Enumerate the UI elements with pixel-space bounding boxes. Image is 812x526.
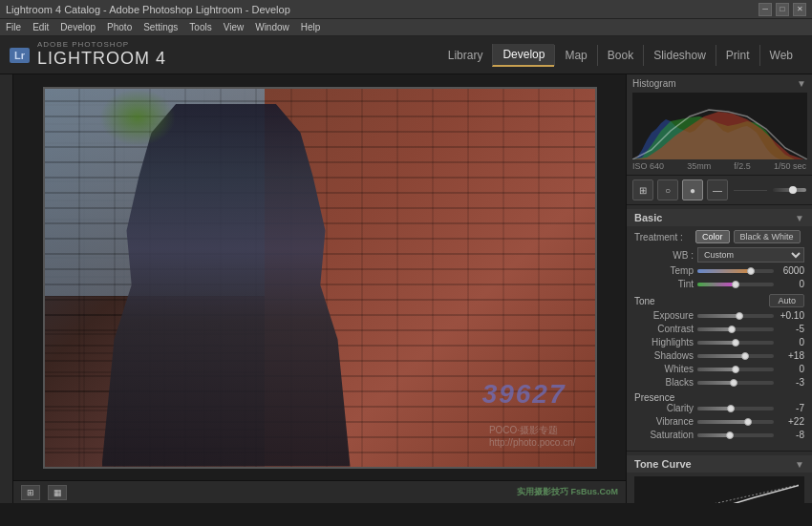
tab-library[interactable]: Library	[438, 45, 493, 66]
wb-row: WB : Custom Auto Daylight	[634, 247, 804, 263]
vibrance-label: Vibrance	[634, 416, 694, 427]
menu-bar: File Edit Develop Photo Settings Tools V…	[0, 19, 812, 36]
tone-curve-title: Tone Curve	[634, 458, 692, 470]
logo-text-block: ADOBE PHOTOSHOP LIGHTROOM 4	[37, 41, 166, 69]
menu-tools[interactable]: Tools	[189, 22, 211, 32]
temp-label: Temp	[634, 265, 694, 276]
color-button[interactable]: Color	[695, 230, 730, 243]
highlights-label: Highlights	[634, 337, 694, 347]
basic-section-header[interactable]: Basic ▼	[627, 209, 812, 226]
lr-badge: Lr	[10, 48, 30, 63]
watermark: 39627	[482, 379, 566, 410]
scrollable-right[interactable]: Histogram ▼	[627, 74, 812, 503]
hist-iso: ISO 640	[632, 161, 664, 171]
hist-aperture: f/2.5	[734, 161, 751, 171]
saturation-value: -8	[778, 430, 804, 440]
presence-section: Presence Clarity -7 Vibrance	[634, 391, 804, 440]
shadows-slider[interactable]	[697, 354, 774, 358]
tone-curve-toggle[interactable]: ▼	[795, 459, 804, 470]
basic-title: Basic	[634, 212, 662, 223]
bottom-label: 实用摄影技巧 FsBus.CoM	[517, 486, 618, 498]
vibrance-slider[interactable]	[697, 420, 774, 424]
wb-label: WB :	[634, 250, 694, 261]
maximize-button[interactable]: □	[776, 3, 789, 16]
clarity-slider[interactable]	[697, 407, 774, 410]
tab-develop[interactable]: Develop	[492, 44, 554, 67]
tone-header-row: Tone Auto	[634, 293, 804, 308]
center-area: 39627 POCO·摄影专题 http://photo.poco.cn/ ⊞ …	[13, 74, 626, 503]
menu-settings[interactable]: Settings	[143, 22, 178, 32]
blacks-label: Blacks	[634, 377, 694, 388]
menu-file[interactable]: File	[6, 22, 21, 32]
tint-slider[interactable]	[697, 283, 774, 286]
whites-slider[interactable]	[697, 368, 774, 371]
treatment-row: Treatment : Color Black & White	[634, 230, 804, 243]
clarity-label: Clarity	[634, 403, 694, 413]
temp-slider-row: Temp 6000	[634, 265, 804, 276]
tab-book[interactable]: Book	[597, 45, 643, 66]
tint-label: Tint	[634, 279, 694, 289]
title-bar: Lightroom 4 Catalog - Adobe Photoshop Li…	[0, 0, 812, 19]
hist-focal: 35mm	[687, 161, 711, 171]
auto-button[interactable]: Auto	[769, 294, 804, 307]
basic-toggle[interactable]: ▼	[795, 213, 804, 223]
photo-background: 39627 POCO·摄影专题 http://photo.poco.cn/	[45, 89, 595, 467]
nav-tabs: Library Develop Map Book Slideshow Print…	[438, 44, 802, 67]
highlights-row: Highlights 0	[634, 337, 804, 347]
saturation-row: Saturation -8	[634, 430, 804, 440]
highlights-value: 0	[778, 337, 804, 347]
clarity-row: Clarity -7	[634, 403, 804, 413]
histogram-canvas	[632, 93, 807, 159]
histogram-toggle[interactable]: ▼	[797, 78, 806, 89]
view-mode-button[interactable]: ⊞	[21, 485, 40, 500]
menu-photo[interactable]: Photo	[107, 22, 132, 32]
menu-window[interactable]: Window	[255, 22, 289, 32]
tool-slider[interactable]	[773, 188, 806, 192]
saturation-label: Saturation	[634, 430, 694, 440]
redeye-tool[interactable]: ●	[682, 179, 703, 200]
wb-select[interactable]: Custom Auto Daylight	[697, 247, 804, 263]
saturation-slider[interactable]	[697, 433, 774, 437]
hist-shutter: 1/50 sec	[774, 161, 806, 171]
tool-separator	[734, 190, 767, 191]
close-button[interactable]: ✕	[793, 3, 806, 16]
window-controls: ─ □ ✕	[759, 3, 806, 16]
grid-button[interactable]: ▦	[48, 485, 67, 500]
histogram-title-row: Histogram ▼	[632, 78, 806, 89]
exposure-slider[interactable]	[697, 314, 774, 318]
menu-develop[interactable]: Develop	[60, 22, 96, 32]
gradient-tool[interactable]: —	[707, 179, 728, 200]
blacks-value: -3	[778, 377, 804, 388]
exposure-value: +0.10	[778, 310, 804, 321]
spot-tool[interactable]: ○	[657, 179, 678, 200]
blacks-slider[interactable]	[697, 381, 774, 385]
tone-curve-header[interactable]: Tone Curve ▼	[627, 455, 812, 473]
contrast-slider[interactable]	[697, 327, 774, 331]
vibrance-row: Vibrance +22	[634, 416, 804, 427]
menu-edit[interactable]: Edit	[32, 22, 49, 32]
clarity-value: -7	[778, 403, 804, 413]
menu-help[interactable]: Help	[301, 22, 321, 32]
shadows-value: +18	[778, 350, 804, 361]
tint-value: 0	[778, 279, 804, 289]
whites-label: Whites	[634, 364, 694, 374]
tab-web[interactable]: Web	[759, 45, 802, 66]
highlights-slider[interactable]	[697, 341, 774, 345]
tab-print[interactable]: Print	[716, 45, 759, 66]
temp-value: 6000	[778, 265, 804, 276]
right-panel: Histogram ▼	[626, 74, 812, 503]
crop-tool[interactable]: ⊞	[632, 179, 653, 200]
app-title: LIGHTROOM 4	[37, 49, 166, 69]
tint-slider-row: Tint 0	[634, 279, 804, 289]
tab-slideshow[interactable]: Slideshow	[643, 45, 716, 66]
basic-panel-content: Treatment : Color Black & White WB : Cus…	[627, 226, 812, 447]
temp-slider[interactable]	[697, 269, 774, 273]
bw-button[interactable]: Black & White	[734, 230, 801, 243]
poco-label: POCO·摄影专题	[489, 424, 576, 437]
contrast-row: Contrast -5	[634, 324, 804, 334]
tab-map[interactable]: Map	[554, 45, 596, 66]
minimize-button[interactable]: ─	[759, 3, 772, 16]
adobe-label: ADOBE PHOTOSHOP	[37, 41, 166, 49]
menu-view[interactable]: View	[224, 22, 245, 32]
exposure-label: Exposure	[634, 310, 694, 321]
